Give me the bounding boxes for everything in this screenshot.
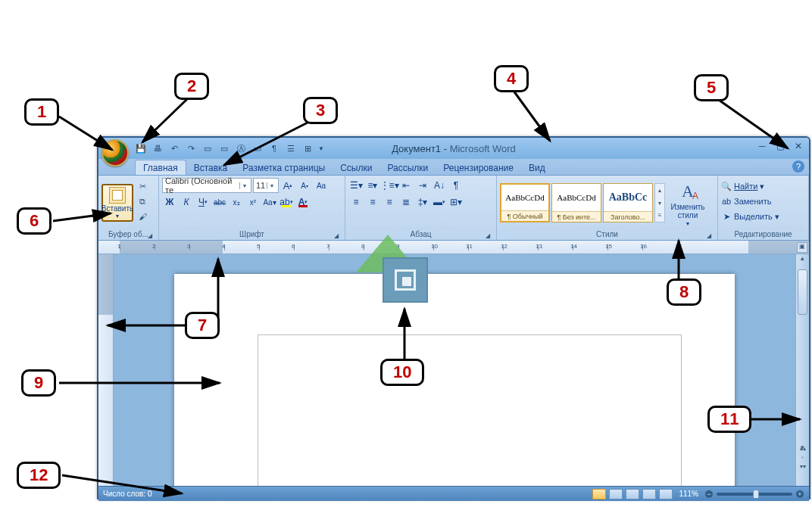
zoom-level[interactable]: 111%	[679, 490, 698, 498]
tab-home[interactable]: Главная	[135, 160, 186, 175]
print-icon[interactable]: 🖶	[151, 142, 164, 154]
zoom-out-button[interactable]: −	[704, 490, 714, 499]
show-marks-button[interactable]: ¶	[448, 178, 464, 193]
copy-icon[interactable]: ⧉	[136, 197, 148, 209]
redo-icon[interactable]: ↷	[185, 142, 197, 154]
help-button[interactable]: ?	[792, 160, 804, 173]
underline-button[interactable]: Ч▾	[195, 194, 211, 210]
maximize-button[interactable]: ▢	[774, 141, 786, 151]
replace-button[interactable]: abЗаменить	[721, 194, 805, 208]
find-button[interactable]: 🔍Найти ▾	[721, 179, 805, 193]
ribbon: Вставить ▼ ✂ ⧉ 🖌 Буфер об...◢ Calibri (О…	[98, 176, 809, 241]
window-controls: ─ ▢ ✕	[756, 141, 804, 151]
subscript-button[interactable]: x₂	[229, 194, 244, 210]
zoom-slider[interactable]	[717, 493, 792, 496]
clear-format-button[interactable]: Aa	[314, 178, 329, 193]
grow-font-button[interactable]: A▴	[280, 178, 295, 193]
tab-review[interactable]: Рецензирование	[436, 160, 521, 175]
font-color-button[interactable]: A▾	[295, 194, 311, 210]
qat-btn[interactable]: ▭	[218, 142, 230, 154]
word-count[interactable]: Число слов: 0	[103, 490, 151, 498]
dialog-launcher[interactable]: ◢	[484, 230, 492, 238]
font-size-combo[interactable]: 11▾	[253, 178, 279, 193]
vertical-scrollbar[interactable]: ▴ ▴▴ ◦ ▾▾ ▾	[795, 254, 809, 486]
align-center-button[interactable]: ≡	[365, 194, 380, 210]
style-no-spacing[interactable]: AaBbCcDd ¶ Без инте...	[551, 183, 601, 222]
scroll-up-icon[interactable]: ▴	[796, 254, 809, 266]
italic-button[interactable]: К	[179, 194, 194, 210]
style-heading1[interactable]: AaBbCc Заголово...	[603, 183, 653, 222]
bullets-button[interactable]: ☰▾	[348, 178, 364, 193]
next-page-button[interactable]: ▾▾	[798, 463, 807, 472]
replace-icon: ab	[721, 197, 732, 206]
callout-11: 11	[707, 406, 751, 433]
tab-mailings[interactable]: Рассылки	[379, 160, 436, 175]
tab-references[interactable]: Ссылки	[333, 160, 379, 175]
callout-7: 7	[185, 312, 220, 339]
dec-indent-button[interactable]: ⇤	[398, 178, 414, 193]
view-web-layout[interactable]	[626, 489, 639, 499]
text-area[interactable]	[258, 334, 682, 486]
ruler-toggle-button[interactable]: ▣	[797, 242, 807, 253]
sort-button[interactable]: A↓	[432, 178, 447, 193]
qat-btn[interactable]: ¶	[268, 142, 280, 154]
dialog-launcher[interactable]: ◢	[705, 230, 713, 238]
group-paragraph: ☰▾ ≡▾ ⋮≡▾ ⇤ ⇥ A↓ ¶ ≡ ≡ ≡ ≣ ‡▾ ▬▾ ⊞▾	[345, 176, 497, 240]
paste-button[interactable]: Вставить ▼	[102, 184, 133, 222]
change-case-button[interactable]: Aa▾	[262, 194, 277, 210]
format-painter-icon[interactable]: 🖌	[136, 212, 148, 224]
view-outline[interactable]	[642, 489, 656, 499]
document-page[interactable]	[174, 274, 735, 486]
group-label: Шрифт	[239, 230, 264, 238]
styles-expander[interactable]: ▴▾≡	[654, 183, 665, 222]
strike-button[interactable]: abc	[212, 194, 227, 210]
qat-btn[interactable]: ☰	[285, 142, 297, 154]
qat-btn[interactable]: ▭	[201, 142, 214, 154]
align-right-button[interactable]: ≡	[382, 194, 397, 210]
tab-layout[interactable]: Разметка страницы	[235, 160, 333, 175]
line-spacing-button[interactable]: ‡▾	[415, 194, 430, 210]
tab-view[interactable]: Вид	[521, 160, 553, 175]
justify-button[interactable]: ≣	[398, 194, 414, 210]
dialog-launcher[interactable]: ◢	[333, 230, 340, 238]
superscript-button[interactable]: x²	[245, 194, 261, 210]
horizontal-ruler[interactable]: 1 2 3 4 5 6 7 8 9 10 11 12 13 14 15 16 1…	[98, 241, 809, 254]
highlight-button[interactable]: ab▾	[279, 194, 294, 210]
callout-10: 10	[380, 359, 424, 386]
bold-button[interactable]: Ж	[162, 194, 177, 210]
cut-icon[interactable]: ✂	[136, 182, 148, 194]
dialog-launcher[interactable]: ◢	[146, 230, 154, 238]
shrink-font-button[interactable]: A▾	[297, 178, 312, 193]
tab-insert[interactable]: Вставка	[186, 160, 236, 175]
select-button[interactable]: ➤Выделить ▾	[721, 210, 805, 223]
zoom-in-button[interactable]: +	[795, 490, 804, 499]
view-print-layout[interactable]	[592, 489, 606, 499]
undo-icon[interactable]: ↶	[168, 142, 180, 154]
qat-btn[interactable]: Ⓐ	[235, 142, 247, 154]
qat-dropdown[interactable]: ▼	[318, 145, 326, 152]
borders-button[interactable]: ⊞▾	[448, 194, 464, 210]
qat-btn[interactable]: ▭	[251, 142, 264, 154]
inc-indent-button[interactable]: ⇥	[415, 178, 430, 193]
save-icon[interactable]: 💾	[135, 142, 147, 154]
style-normal[interactable]: AaBbCcDd ¶ Обычный	[500, 183, 550, 222]
scroll-down-icon[interactable]: ▾	[796, 443, 809, 456]
group-label: Редактирование	[734, 230, 792, 238]
font-name-combo[interactable]: Calibri (Основной те▾	[162, 178, 251, 193]
qat-btn[interactable]: ⊞	[301, 142, 314, 154]
shading-button[interactable]: ▬▾	[432, 194, 447, 210]
vertical-ruler[interactable]	[98, 254, 114, 486]
office-button[interactable]	[102, 139, 129, 166]
align-left-button[interactable]: ≡	[348, 194, 364, 210]
view-full-screen[interactable]	[609, 489, 623, 499]
clipboard-icon	[109, 187, 126, 204]
multilevel-button[interactable]: ⋮≡▾	[382, 178, 397, 193]
minimize-button[interactable]: ─	[756, 141, 768, 151]
change-styles-button[interactable]: AA Изменить стили ▼	[667, 180, 709, 226]
scroll-thumb[interactable]	[798, 269, 807, 315]
status-bar: Число слов: 0 111% − +	[98, 486, 809, 501]
numbering-button[interactable]: ≡▾	[365, 178, 380, 193]
binoculars-icon: 🔍	[721, 182, 732, 191]
close-button[interactable]: ✕	[792, 141, 804, 151]
view-draft[interactable]	[659, 489, 673, 499]
